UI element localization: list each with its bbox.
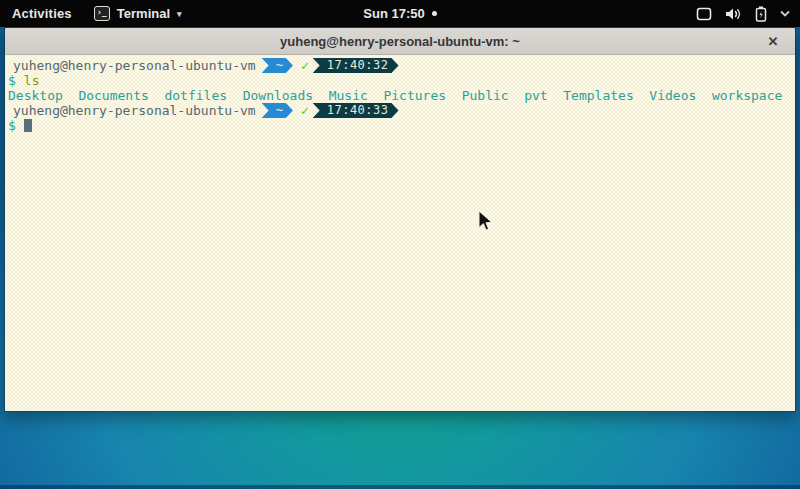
directory-name: Videos <box>649 88 696 103</box>
directory-name: workspace <box>712 88 782 103</box>
status-check-icon: ✓ <box>301 103 309 118</box>
prompt-symbol: $ <box>8 73 16 88</box>
input-line[interactable]: $ <box>5 118 795 133</box>
output-line: Desktop Documents dotfiles Downloads Mus… <box>5 88 795 103</box>
command-text: ls <box>24 73 40 88</box>
directory-name: Music <box>329 88 368 103</box>
system-status-area[interactable] <box>686 0 800 27</box>
close-button[interactable]: ✕ <box>761 28 785 54</box>
desktop-bottom-edge <box>0 485 800 489</box>
volume-icon <box>725 7 742 21</box>
directory-name: Public <box>462 88 509 103</box>
chevron-down-icon: ▾ <box>177 9 182 19</box>
window-title: yuheng@henry-personal-ubuntu-vm: ~ <box>280 34 520 49</box>
prompt-line: yuheng@henry-personal-ubuntu-vm ~ ✓ 17:4… <box>5 103 795 118</box>
directory-name: Desktop <box>8 88 63 103</box>
command-line: $ ls <box>5 73 795 88</box>
activities-button[interactable]: Activities <box>0 0 84 27</box>
window-title-bar[interactable]: yuheng@henry-personal-ubuntu-vm: ~ ✕ <box>5 28 795 55</box>
prompt-line: yuheng@henry-personal-ubuntu-vm ~ ✓ 17:4… <box>5 58 795 73</box>
directory-name: Downloads <box>243 88 313 103</box>
status-check-icon: ✓ <box>301 58 309 73</box>
terminal-window: yuheng@henry-personal-ubuntu-vm: ~ ✕ yuh… <box>4 27 796 412</box>
user-host-text: yuheng@henry-personal-ubuntu-vm <box>13 58 256 73</box>
time-segment: 17:40:32 <box>313 58 399 73</box>
user-host-text: yuheng@henry-personal-ubuntu-vm <box>13 103 256 118</box>
terminal-icon: ›_ <box>94 6 110 21</box>
app-menu-terminal[interactable]: ›_ Terminal ▾ <box>84 0 192 27</box>
directory-name: Pictures <box>383 88 446 103</box>
chevron-down-icon <box>780 10 790 17</box>
notification-dot <box>432 11 437 16</box>
terminal-content[interactable]: yuheng@henry-personal-ubuntu-vm ~ ✓ 17:4… <box>5 55 795 411</box>
top-bar: Activities ›_ Terminal ▾ Sun 17:50 <box>0 0 800 27</box>
app-menu-label: Terminal <box>117 6 170 21</box>
cwd-segment: ~ <box>262 58 293 73</box>
screen-icon <box>696 7 712 21</box>
prompt-symbol: $ <box>8 118 16 133</box>
directory-name: pvt <box>524 88 547 103</box>
directory-name: Templates <box>563 88 633 103</box>
directory-name: dotfiles <box>164 88 227 103</box>
battery-charging-icon <box>755 6 767 22</box>
cwd-segment: ~ <box>262 103 293 118</box>
terminal-cursor <box>24 119 32 132</box>
time-segment: 17:40:33 <box>313 103 399 118</box>
clock-label[interactable]: Sun 17:50 <box>363 6 424 21</box>
directory-name: Documents <box>78 88 148 103</box>
